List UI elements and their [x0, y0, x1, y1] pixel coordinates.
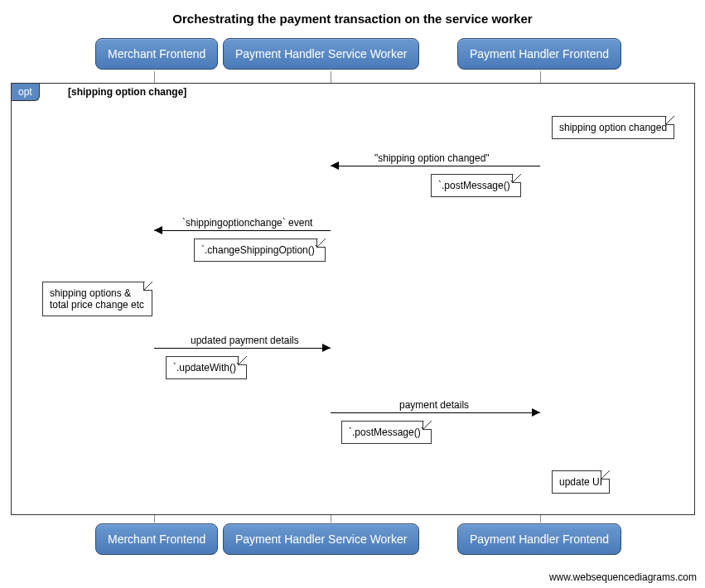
message-label-3: updated payment details: [189, 335, 301, 346]
message-line-3: [154, 348, 331, 349]
note-postmessage-1: `.postMessage()`: [431, 174, 521, 197]
arrow-icon: [322, 344, 331, 352]
arrow-icon: [154, 226, 162, 234]
message-line-2: [154, 230, 331, 231]
message-line-4: [331, 412, 540, 413]
participant-merchant-bottom: Merchant Frontend: [95, 523, 218, 555]
participant-sw-bottom: Payment Handler Service Worker: [223, 523, 419, 555]
opt-label: opt: [12, 84, 40, 101]
opt-condition: [shipping option change]: [68, 86, 186, 98]
participant-merchant-top: Merchant Frontend: [95, 38, 218, 70]
note-change-shipping-option: `.changeShippingOption()`: [194, 239, 326, 262]
message-label-4: payment details: [398, 399, 471, 411]
note-shipping-changed: shipping option changed: [552, 116, 674, 139]
note-options-total: shipping options & total price change et…: [42, 282, 152, 316]
credit-link: www.websequencediagrams.com: [549, 571, 697, 583]
arrow-icon: [331, 161, 339, 170]
participant-frontend-top: Payment Handler Frontend: [457, 38, 621, 70]
note-update-with: `.updateWith()`: [166, 356, 247, 379]
participant-frontend-bottom: Payment Handler Frontend: [457, 523, 621, 555]
message-line-1: [331, 166, 540, 166]
message-label-2: `shippingoptionchange` event: [181, 217, 314, 229]
note-update-ui: update UI: [552, 470, 610, 494]
message-label-1: "shipping option changed": [373, 152, 491, 164]
note-postmessage-2: `.postMessage()`: [341, 421, 432, 444]
participant-sw-top: Payment Handler Service Worker: [223, 38, 419, 70]
arrow-icon: [532, 408, 540, 417]
diagram-title: Orchestrating the payment transaction on…: [0, 12, 705, 26]
